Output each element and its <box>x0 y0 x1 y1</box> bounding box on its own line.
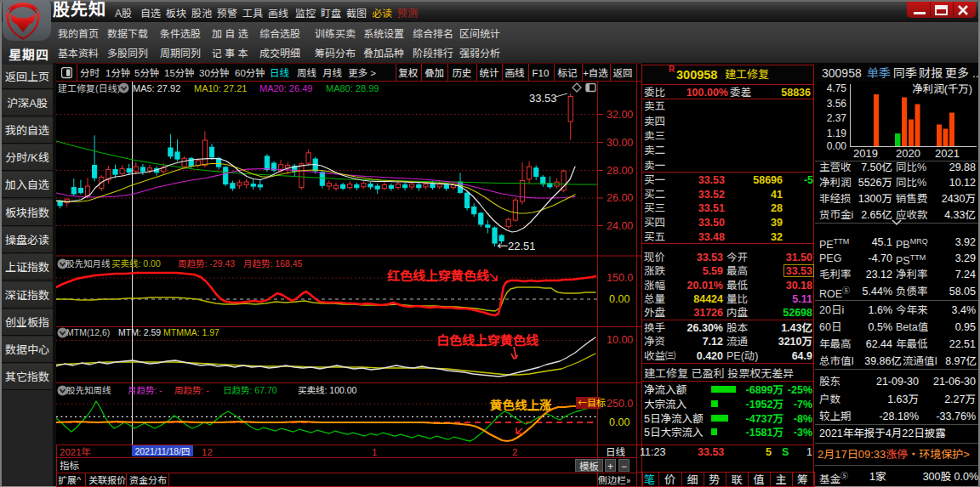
svg-text:2.37: 2.37 <box>827 110 847 124</box>
svg-text:←目标: ←目标 <box>578 395 606 409</box>
svg-text:30.00: 30.00 <box>607 133 633 150</box>
svg-text:净利润(千万): 净利润(千万) <box>912 82 972 96</box>
svg-text:10.00: 10.00 <box>607 331 633 347</box>
svg-text:0.00: 0.00 <box>827 138 847 152</box>
svg-text:32.00: 32.00 <box>607 105 633 122</box>
svg-text:26.00: 26.00 <box>607 189 633 205</box>
svg-text:28.00: 28.00 <box>607 161 633 178</box>
svg-text:4.75: 4.75 <box>827 82 847 94</box>
svg-text:0.00: 0.00 <box>609 290 630 306</box>
svg-text:←22.51: ←22.51 <box>497 237 536 253</box>
svg-text:150.0: 150.0 <box>607 269 633 285</box>
svg-text:33.53: 33.53 <box>529 89 557 105</box>
svg-text:0.00: 0.00 <box>609 413 630 429</box>
svg-text:24.00: 24.00 <box>607 217 633 233</box>
svg-text:3.56: 3.56 <box>827 95 847 110</box>
svg-text:250.0: 250.0 <box>607 394 633 411</box>
